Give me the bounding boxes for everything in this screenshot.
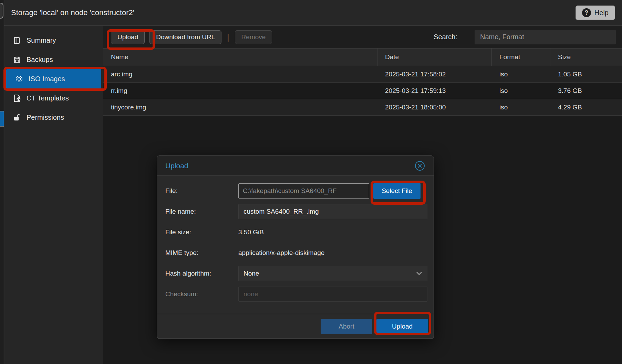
cell-format: iso: [492, 83, 550, 99]
hash-algorithm-select[interactable]: None: [238, 266, 427, 281]
cell-date: 2025-03-21 17:58:02: [377, 66, 492, 82]
file-path-input: [238, 183, 369, 199]
file-label: File:: [165, 187, 238, 195]
file-size-row: File size: 3.50 GiB: [165, 225, 425, 240]
page-title: Storage 'local' on node 'constructor2': [11, 8, 134, 17]
cell-size: 4.29 GB: [550, 99, 622, 115]
column-header-size[interactable]: Size: [550, 49, 622, 66]
table-row[interactable]: tinycore.img 2025-03-21 18:05:00 iso 4.2…: [103, 99, 622, 116]
cell-name: rr.img: [103, 83, 377, 99]
cell-format: iso: [492, 99, 550, 115]
dialog-upload-button[interactable]: Upload: [376, 319, 428, 334]
panel-header: Storage 'local' on node 'constructor2' ?…: [4, 0, 622, 26]
cell-date: 2025-03-21 18:05:00: [377, 99, 492, 115]
cell-format: iso: [492, 66, 550, 82]
disc-icon: [15, 75, 23, 83]
sidebar-item-permissions[interactable]: Permissions: [4, 108, 103, 127]
mime-type-row: MIME type: application/x-apple-diskimage: [165, 245, 425, 260]
abort-button: Abort: [321, 319, 372, 334]
sidebar-item-ct-templates[interactable]: CT Templates: [4, 88, 103, 108]
table-row[interactable]: rr.img 2025-03-21 17:59:13 iso 3.76 GB: [103, 83, 622, 99]
hash-algorithm-label: Hash algorithm:: [165, 270, 238, 277]
checksum-row: Checksum:: [165, 287, 425, 302]
checksum-input: [238, 287, 427, 302]
floppy-icon: [13, 56, 21, 64]
toolbar: Upload Download from URL | Remove Search…: [103, 26, 622, 48]
help-button-label: Help: [594, 9, 609, 17]
hash-algorithm-value: None: [243, 270, 259, 277]
sidebar-item-backups[interactable]: Backups: [4, 50, 103, 69]
column-header-name[interactable]: Name: [103, 49, 377, 66]
collapsed-tree-strip: [0, 0, 4, 364]
dialog-footer: Abort Upload: [157, 314, 434, 339]
tree-selection-sliver: [0, 111, 4, 127]
chevron-down-icon: [416, 270, 422, 277]
search-label: Search:: [434, 33, 457, 41]
hash-algorithm-row: Hash algorithm: None: [165, 266, 425, 281]
search-input[interactable]: [475, 30, 616, 44]
sidebar-item-label: Permissions: [27, 114, 64, 121]
close-icon[interactable]: [413, 159, 427, 173]
sidebar-item-label: Summary: [27, 36, 56, 44]
file-field-row: File: Select File: [165, 183, 425, 199]
sidebar-item-label: CT Templates: [27, 94, 69, 102]
sidebar-item-iso-images[interactable]: ISO Images: [6, 69, 101, 88]
file-size-value: 3.50 GiB: [238, 228, 264, 236]
storage-content-panel: Storage 'local' on node 'constructor2' ?…: [0, 0, 622, 364]
mime-type-value: application/x-apple-diskimage: [238, 249, 324, 257]
file-name-field-row: File name:: [165, 204, 425, 219]
checksum-label: Checksum:: [165, 290, 238, 298]
cell-name: arc.img: [103, 66, 377, 82]
upload-button[interactable]: Upload: [111, 30, 145, 44]
column-header-date[interactable]: Date: [377, 49, 492, 66]
help-button[interactable]: ? Help: [576, 6, 615, 20]
cell-name: tinycore.img: [103, 99, 377, 115]
cell-date: 2025-03-21 17:59:13: [377, 83, 492, 99]
unlock-icon: [13, 114, 21, 121]
file-name-input[interactable]: [238, 204, 427, 219]
dialog-title: Upload: [165, 162, 188, 170]
table-header-row: Name Date Format Size: [103, 48, 622, 66]
table-row[interactable]: arc.img 2025-03-21 17:58:02 iso 1.05 GB: [103, 66, 622, 83]
storage-sidebar: Summary Backups ISO Images CT Templates …: [4, 26, 103, 364]
upload-dialog: Upload File: Select File File name: Fil: [157, 156, 434, 339]
column-header-format[interactable]: Format: [492, 49, 550, 66]
panel-expand-handle[interactable]: [0, 3, 3, 19]
sidebar-item-label: Backups: [27, 56, 53, 64]
toolbar-separator: |: [226, 32, 230, 42]
file-name-label: File name:: [165, 208, 238, 215]
remove-button: Remove: [235, 30, 272, 44]
book-icon: [13, 36, 21, 44]
dialog-header[interactable]: Upload: [157, 156, 434, 176]
cell-size: 3.76 GB: [550, 83, 622, 99]
download-from-url-button[interactable]: Download from URL: [149, 30, 221, 44]
container-template-icon: [13, 94, 21, 102]
sidebar-item-summary[interactable]: Summary: [4, 31, 103, 50]
cell-size: 1.05 GB: [550, 66, 622, 82]
dialog-body: File: Select File File name: File size: …: [157, 176, 434, 302]
mime-type-label: MIME type:: [165, 249, 238, 257]
sidebar-item-label: ISO Images: [29, 75, 65, 83]
question-circle-icon: ?: [582, 8, 591, 17]
select-file-button[interactable]: Select File: [373, 183, 421, 199]
file-size-label: File size:: [165, 228, 238, 236]
